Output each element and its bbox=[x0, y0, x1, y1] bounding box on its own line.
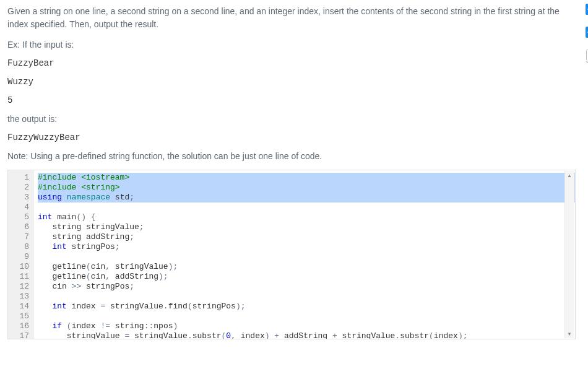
code-line[interactable]: int main() { bbox=[38, 212, 575, 222]
checkpoint[interactable]: 2 bbox=[586, 4, 588, 23]
checkmark-icon[interactable] bbox=[586, 4, 588, 15]
line-number: 17 bbox=[8, 331, 34, 339]
problem-description: Given a string on one line, a second str… bbox=[7, 5, 576, 31]
code-line[interactable]: #include <string> bbox=[38, 183, 575, 193]
progress-sidebar: 234 bbox=[586, 0, 588, 379]
scrollbar[interactable]: ▲ ▼ bbox=[564, 171, 574, 338]
code-area[interactable]: 1234567891011121314151617 #include <iost… bbox=[8, 170, 575, 339]
code-line[interactable]: int index = stringValue.find(stringPos); bbox=[38, 302, 575, 311]
problem-note: Note: Using a pre-defined string functio… bbox=[7, 151, 576, 161]
line-gutter: 1234567891011121314151617 bbox=[8, 170, 34, 339]
line-number: 14 bbox=[8, 302, 34, 311]
code-line[interactable]: if (index != string::npos) bbox=[38, 321, 575, 331]
code-line[interactable]: using namespace std; bbox=[38, 193, 575, 203]
code-line[interactable]: cin >> stringPos; bbox=[38, 282, 575, 292]
code-line[interactable] bbox=[38, 252, 575, 262]
line-number: 2 bbox=[8, 183, 34, 193]
example-label: Ex: If the input is: bbox=[7, 40, 576, 50]
line-number: 11 bbox=[8, 272, 34, 282]
line-number: 6 bbox=[8, 222, 34, 232]
line-number: 1 bbox=[8, 173, 34, 183]
checkmark-icon[interactable] bbox=[586, 27, 588, 38]
code-line[interactable]: string addString; bbox=[38, 232, 575, 242]
line-number: 15 bbox=[8, 311, 34, 321]
example-output: FuzzyWuzzyBear bbox=[7, 133, 576, 142]
line-number: 12 bbox=[8, 282, 34, 292]
line-number: 7 bbox=[8, 232, 34, 242]
line-number: 3 bbox=[8, 193, 34, 203]
line-number: 13 bbox=[8, 292, 34, 302]
line-number: 8 bbox=[8, 242, 34, 252]
code-line[interactable]: getline(cin, stringValue); bbox=[38, 262, 575, 272]
example-input-2: Wuzzy bbox=[7, 77, 576, 87]
code-editor: 1234567891011121314151617 #include <iost… bbox=[7, 170, 576, 339]
scroll-down-arrow[interactable]: ▼ bbox=[565, 329, 574, 338]
line-number: 5 bbox=[8, 212, 34, 222]
code-line[interactable]: stringValue = stringValue.substr(0, inde… bbox=[38, 331, 575, 339]
code-line[interactable] bbox=[38, 292, 575, 302]
line-number: 9 bbox=[8, 252, 34, 262]
code-line[interactable]: int stringPos; bbox=[38, 242, 575, 252]
output-label: the output is: bbox=[7, 114, 576, 124]
line-number: 10 bbox=[8, 262, 34, 272]
line-number: 16 bbox=[8, 321, 34, 331]
scroll-up-arrow[interactable]: ▲ bbox=[565, 171, 574, 180]
code-lines[interactable]: #include <iostream>#include <string>usin… bbox=[34, 170, 575, 339]
example-input-3: 5 bbox=[7, 95, 576, 105]
code-line[interactable]: getline(cin, addString); bbox=[38, 272, 575, 282]
example-input-1: FuzzyBear bbox=[7, 58, 576, 68]
code-line[interactable] bbox=[38, 311, 575, 321]
line-number: 4 bbox=[8, 203, 34, 212]
code-line[interactable] bbox=[38, 203, 575, 212]
main-content: Given a string on one line, a second str… bbox=[0, 0, 586, 379]
code-line[interactable]: #include <iostream> bbox=[38, 173, 575, 183]
code-line[interactable]: string stringValue; bbox=[38, 222, 575, 232]
checkpoint[interactable]: 3 bbox=[586, 27, 588, 46]
